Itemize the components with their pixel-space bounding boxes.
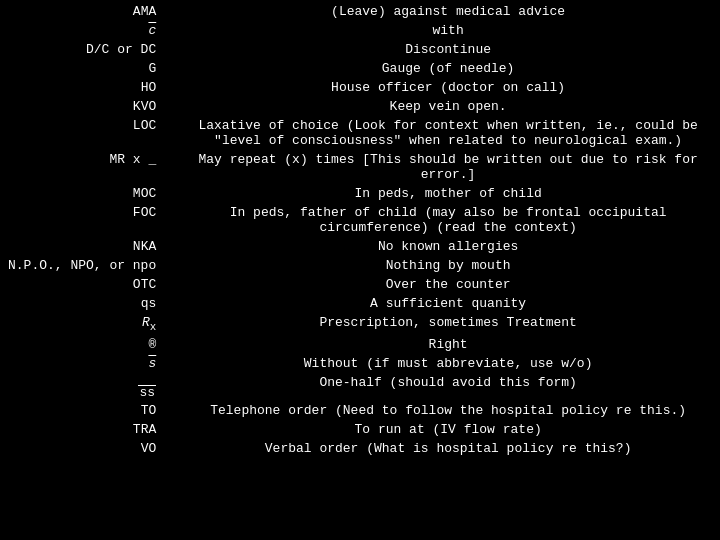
abbreviation-cell: qs <box>0 294 176 313</box>
definition-cell: In peds, father of child (may also be fr… <box>176 203 720 237</box>
abbreviation-cell: FOC <box>0 203 176 237</box>
table-row: sWithout (if must abbreviate, use w/o) <box>0 354 720 373</box>
definition-cell: No known allergies <box>176 237 720 256</box>
abbreviation-cell: TO <box>0 401 176 420</box>
definition-cell: Without (if must abbreviate, use w/o) <box>176 354 720 373</box>
abbreviation-cell: LOC <box>0 116 176 150</box>
table-row: cwith <box>0 21 720 40</box>
table-row: MOCIn peds, mother of child <box>0 184 720 203</box>
abbreviation-cell: VO <box>0 439 176 458</box>
table-row: MR x _May repeat (x) times [This should … <box>0 150 720 184</box>
abbreviation-cell: ® <box>0 335 176 354</box>
overline-abbr: s <box>148 356 156 371</box>
definition-cell: Nothing by mouth <box>176 256 720 275</box>
abbreviation-cell: D/C or DC <box>0 40 176 59</box>
table-row: ®Right <box>0 335 720 354</box>
table-row: GGauge (of needle) <box>0 59 720 78</box>
definition-cell: with <box>176 21 720 40</box>
abbreviation-cell: TRA <box>0 420 176 439</box>
table-row: VOVerbal order (What is hospital policy … <box>0 439 720 458</box>
abbreviations-table: AMA(Leave) against medical advicecwithD/… <box>0 2 720 458</box>
table-row: ssOne-half (should avoid this form) <box>0 373 720 401</box>
abbreviation-cell: Rx <box>0 313 176 335</box>
definition-cell: To run at (IV flow rate) <box>176 420 720 439</box>
abbreviation-cell: s <box>0 354 176 373</box>
definition-cell: Telephone order (Need to follow the hosp… <box>176 401 720 420</box>
table-row: N.P.O., NPO, or npoNothing by mouth <box>0 256 720 275</box>
table-row: TRATo run at (IV flow rate) <box>0 420 720 439</box>
overline-abbr: c <box>148 23 156 38</box>
table-row: qsA sufficient quanity <box>0 294 720 313</box>
abbreviation-cell: AMA <box>0 2 176 21</box>
table-row: D/C or DCDiscontinue <box>0 40 720 59</box>
abbreviation-cell: MOC <box>0 184 176 203</box>
abbreviation-cell: c <box>0 21 176 40</box>
abbreviation-cell: MR x _ <box>0 150 176 184</box>
definition-cell: A sufficient quanity <box>176 294 720 313</box>
definition-cell: House officer (doctor on call) <box>176 78 720 97</box>
definition-cell: One-half (should avoid this form) <box>176 373 720 401</box>
definition-cell: Over the counter <box>176 275 720 294</box>
definition-cell: Keep vein open. <box>176 97 720 116</box>
definition-cell: (Leave) against medical advice <box>176 2 720 21</box>
abbreviation-cell: KVO <box>0 97 176 116</box>
definition-cell: In peds, mother of child <box>176 184 720 203</box>
table-row: NKANo known allergies <box>0 237 720 256</box>
definition-cell: Laxative of choice (Look for context whe… <box>176 116 720 150</box>
definition-cell: May repeat (x) times [This should be wri… <box>176 150 720 184</box>
main-container: AMA(Leave) against medical advicecwithD/… <box>0 0 720 460</box>
table-row: OTCOver the counter <box>0 275 720 294</box>
table-row: LOCLaxative of choice (Look for context … <box>0 116 720 150</box>
definition-cell: Prescription, sometimes Treatment <box>176 313 720 335</box>
table-row: KVOKeep vein open. <box>0 97 720 116</box>
definition-cell: Verbal order (What is hospital policy re… <box>176 439 720 458</box>
table-row: TOTelephone order (Need to follow the ho… <box>0 401 720 420</box>
definition-cell: Gauge (of needle) <box>176 59 720 78</box>
definition-cell: Discontinue <box>176 40 720 59</box>
table-row: AMA(Leave) against medical advice <box>0 2 720 21</box>
table-row: FOCIn peds, father of child (may also be… <box>0 203 720 237</box>
abbreviation-cell: NKA <box>0 237 176 256</box>
abbreviation-cell: HO <box>0 78 176 97</box>
fraction-abbr: ss <box>138 384 156 399</box>
abbreviation-cell: ss <box>0 373 176 401</box>
table-row: HOHouse officer (doctor on call) <box>0 78 720 97</box>
abbreviation-cell: N.P.O., NPO, or npo <box>0 256 176 275</box>
table-row: RxPrescription, sometimes Treatment <box>0 313 720 335</box>
abbreviation-cell: OTC <box>0 275 176 294</box>
abbreviation-cell: G <box>0 59 176 78</box>
rx-abbr: R <box>142 315 150 330</box>
definition-cell: Right <box>176 335 720 354</box>
